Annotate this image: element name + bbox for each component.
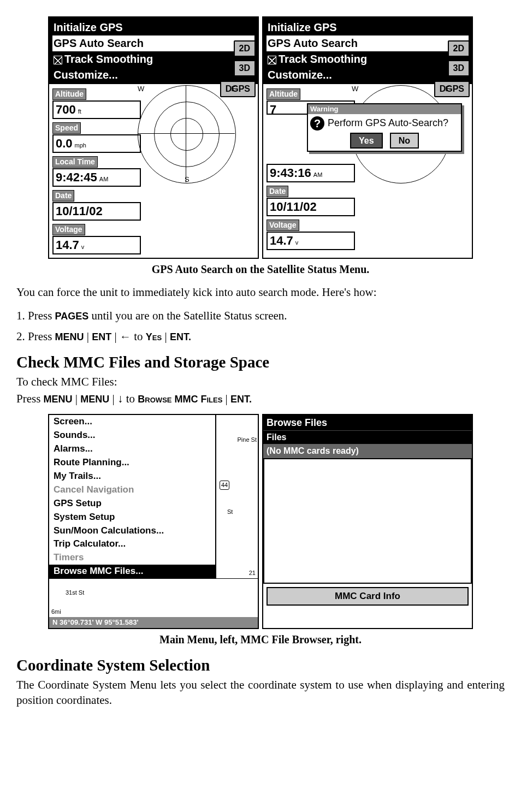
check-mmc-keys: Press MENU | MENU | ↓ to Browse MMC File… [16,391,505,406]
localtime-value: 9:42:45AM [52,168,141,187]
coordinates-bar: N 36°09.731' W 95°51.583' [49,617,258,628]
compass-w: W [352,84,358,94]
date-label: Date [267,186,288,197]
speed-label: Speed [52,122,81,134]
compass-w: W [138,84,144,94]
voltage-label: Voltage [267,220,299,231]
date-value: 10/11/02 [52,202,141,221]
map-pine-st: Pine St [238,436,257,444]
altitude-label: Altitude [267,88,300,100]
2d-button[interactable]: 2D [448,40,470,57]
mmc-card-info-button[interactable]: MMC Card Info [267,587,469,606]
altitude-value: 700ft [52,100,141,119]
sky-view: W E S [138,85,236,183]
altitude-label: Altitude [52,88,86,100]
3d-button[interactable]: 3D [234,60,256,76]
menu-initialize-gps[interactable]: Initialize GPS [267,20,469,35]
browse-subtitle: Files [263,430,472,444]
section-coord-system: Coordinate System Selection [16,655,505,676]
map-hwy-shield: 44 [220,481,229,490]
3d-button[interactable]: 3D [448,60,470,76]
map-scale: 6mi [51,608,61,616]
menu-initialize-gps[interactable]: Initialize GPS [52,20,254,35]
coord-system-paragraph: The Coordinate System Menu lets you sele… [16,677,505,708]
main-menu-screen: Screen... Sounds... Alarms... Route Plan… [48,414,259,629]
menu-track-smoothing[interactable]: Track Smoothing [52,51,254,67]
date-label: Date [52,190,74,201]
figure2-caption: Main Menu, left, MMC File Browser, right… [16,632,505,647]
sat-status-screen-left: Initialize GPS GPS Auto Search Track Smo… [48,16,259,259]
compass-e: E [445,84,450,94]
compass-s: S [185,175,190,185]
map-st-label: St [227,508,233,516]
speed-value: 0.0mph [52,134,141,153]
step-2: 2. Press MENU | ENT | ← to Yes | ENT. [16,329,505,344]
step2-keys: MENU [55,331,84,342]
browse-files-screen: Browse Files Files (No MMC cards ready) … [262,414,473,629]
section-check-mmc: Check MMC Files and Storage Space [16,352,505,373]
map-miles: 21 [249,569,256,577]
browse-title: Browse Files [263,415,472,430]
menu-gps-auto-search[interactable]: GPS Auto Search [267,35,469,51]
browse-body [263,458,472,584]
sat-status-screen-right: Initialize GPS GPS Auto Search Track Smo… [262,16,473,259]
map-strip: 6mi 31st St [49,578,258,617]
intro-paragraph: You can force the unit to immediately ki… [16,285,505,300]
question-icon: ? [310,116,324,131]
date-value: 10/11/02 [267,198,355,216]
localtime-label: Local Time [52,156,98,168]
voltage-label: Voltage [52,224,85,235]
localtime-value: 9:43:16AM [267,164,355,182]
voltage-value: 14.7v [52,236,141,254]
warning-dialog: Warning ?Perform GPS Auto-Search? Yes No [307,103,462,152]
dialog-yes-button[interactable]: Yes [350,133,383,149]
browse-selected-row[interactable]: (No MMC cards ready) [263,444,472,458]
dialog-no-button[interactable]: No [390,133,419,149]
dialog-title: Warning [308,104,461,114]
voltage-value: 14.7v [267,232,355,250]
2d-button[interactable]: 2D [234,40,256,57]
step-1: 1. Press PAGES until you are on the Sate… [16,308,505,323]
menu-gps-auto-search[interactable]: GPS Auto Search [52,35,254,51]
dialog-text: Perform GPS Auto-Search? [328,117,448,128]
compass-e: E [231,84,236,94]
menu-track-smoothing[interactable]: Track Smoothing [267,51,469,67]
figure1-caption: GPS Auto Search on the Satellite Status … [16,262,505,277]
check-mmc-intro: To check MMC Files: [16,374,505,389]
